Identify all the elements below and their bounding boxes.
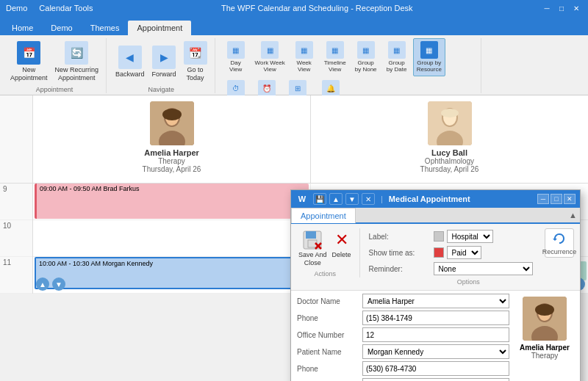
options-fields: Label: Hospital Show time as: (363, 228, 539, 277)
svg-rect-11 (306, 231, 316, 239)
doctor-phone-label: Phone (297, 314, 359, 322)
dialog-minimize-button[interactable]: ─ (537, 194, 549, 204)
tab-home[interactable]: Home (3, 21, 42, 35)
group-by-resource-button[interactable]: ▦ Group byResource (413, 38, 445, 76)
birthdate-row: Birthdate (297, 378, 509, 381)
close-button[interactable]: ✕ (570, 3, 582, 13)
dialog-maximize-button[interactable]: □ (551, 194, 562, 204)
week-view-button[interactable]: ▦ WeekView (290, 39, 319, 76)
side-name: Amelia Harper (520, 344, 570, 352)
dialog-tab-bar: Appointment ▲ (291, 208, 580, 224)
dialog-close-button[interactable]: ✕ (564, 194, 576, 204)
patient-name-select[interactable]: Morgan Kennedy (362, 344, 509, 359)
new-recurring-appointment-button[interactable]: 🔄 New RecurringAppointment (52, 39, 102, 84)
form-area: Doctor Name Amelia Harper Phone Office N… (291, 291, 580, 381)
go-to-today-button[interactable]: 📆 Go toToday (181, 39, 210, 84)
office-number-label: Office Number (297, 331, 359, 339)
work-week-view-button[interactable]: ▦ Work WeekView (252, 39, 288, 76)
avatar-lucy (428, 101, 472, 145)
doctor-name-select[interactable]: Amelia Harper (362, 294, 509, 308)
label-swatch (434, 231, 444, 242)
label-control: Hospital (434, 230, 533, 243)
main-content: Amelia Harper Therapy Thursday, April 26… (0, 95, 588, 294)
day-view-icon: ▦ (227, 41, 245, 59)
work-week-icon: ▦ (261, 41, 279, 59)
recurrence-icon (551, 231, 568, 248)
resource-name-lucy: Lucy Ball (431, 148, 467, 157)
label-row: Label: Hospital (363, 228, 539, 244)
dialog-up-btn[interactable]: ▲ (329, 193, 343, 205)
tab-appointment[interactable]: Appointment (128, 21, 191, 35)
new-appointment-icon: 📅 (17, 41, 40, 65)
title-tab-calendar-tools[interactable]: Calendar Tools (39, 4, 93, 12)
dialog-title: Medical Appointment (389, 195, 534, 203)
actions-buttons: Save AndClose ✕ Delete (297, 228, 354, 269)
reminder-select[interactable]: None (434, 262, 533, 275)
group-by-none-icon: ▦ (357, 41, 375, 59)
dialog-tab-appointment[interactable]: Appointment (291, 208, 356, 223)
calendar-col-amelia: 09:00 AM - 09:50 AM Brad Farkus 10:00 AM… (33, 184, 311, 294)
ribbon-group-appointment: 📅 NewAppointment 🔄 New RecurringAppointm… (3, 38, 107, 93)
doctor-name-row: Doctor Name Amelia Harper (297, 294, 509, 308)
dialog-app-icon: W (295, 192, 309, 206)
time-strip: 9 10 11 (0, 184, 33, 294)
resource-name-amelia: Amelia Harper (144, 148, 199, 157)
ribbon-group-navigate: ◀ Backward ▶ Forward 📆 Go toToday Naviga… (108, 38, 215, 93)
patient-phone-input[interactable] (362, 361, 509, 376)
delete-button[interactable]: ✕ Delete (330, 228, 354, 269)
week-icon: ▦ (295, 41, 313, 59)
patient-name-label: Patient Name (297, 348, 359, 356)
navigate-buttons: ◀ Backward ▶ Forward 📆 Go toToday (112, 38, 210, 84)
appt-brad-farkus[interactable]: 09:00 AM - 09:50 AM Brad Farkus (35, 184, 309, 219)
doctor-phone-input[interactable] (362, 311, 509, 325)
dialog-save-btn[interactable]: 💾 (313, 193, 326, 205)
dialog-window-controls: ─ □ ✕ (537, 194, 576, 204)
timeline-view-button[interactable]: ▦ TimelineView (320, 39, 350, 76)
appt-morgan-kennedy[interactable]: 10:00 AM - 10:30 AM Morgan Kennedy (35, 257, 309, 289)
backward-button[interactable]: ◀ Backward (112, 43, 148, 80)
doctor-name-label: Doctor Name (297, 297, 359, 305)
birthdate-input[interactable] (362, 378, 509, 381)
label-field-label: Label: (369, 233, 428, 241)
nav-arrow-up-col1[interactable]: ▲ (36, 277, 49, 291)
dialog-options-group: Label: Hospital Show time as: (363, 228, 574, 286)
save-and-close-button[interactable]: Save AndClose (297, 228, 329, 269)
maximize-button[interactable]: □ (556, 3, 567, 13)
svg-point-19 (535, 304, 554, 316)
tab-themes[interactable]: Themes (82, 21, 129, 35)
reminder-control: None (434, 262, 533, 275)
side-photo-panel: Amelia Harper Therapy (515, 294, 574, 381)
minimize-button[interactable]: ─ (541, 3, 553, 13)
svg-point-9 (441, 109, 459, 117)
app-title: The WPF Calendar and Scheduling - Recept… (93, 4, 541, 12)
group-by-resource-icon: ▦ (420, 41, 438, 59)
title-tab-demo[interactable]: Demo (6, 4, 27, 12)
new-appointment-button[interactable]: 📅 NewAppointment (7, 39, 51, 84)
recurrence-button[interactable]: Recurrence (545, 228, 574, 258)
forward-button[interactable]: ▶ Forward (149, 43, 179, 80)
office-number-input[interactable] (362, 327, 509, 342)
dialog-ribbon: Save AndClose ✕ Delete Actions Label: (291, 224, 580, 291)
day-view-button[interactable]: ▦ DayView (221, 39, 251, 76)
label-select[interactable]: Hospital (447, 230, 493, 243)
timeline-icon: ▦ (326, 41, 344, 59)
dialog-close-toolbar-btn[interactable]: ✕ (362, 193, 375, 205)
delete-icon: ✕ (331, 230, 352, 250)
resource-date-amelia: Thursday, April 26 (143, 165, 201, 173)
cell-amelia-10[interactable] (33, 220, 310, 257)
navigate-group-label: Navigate (148, 84, 175, 93)
nav-arrow-down-col1[interactable]: ▼ (52, 277, 65, 291)
dialog-actions-group: Save AndClose ✕ Delete Actions (297, 228, 360, 277)
title-bar: Demo Calendar Tools The WPF Calendar and… (0, 0, 588, 16)
dialog-down-btn[interactable]: ▼ (345, 193, 359, 205)
appointment-buttons: 📅 NewAppointment 🔄 New RecurringAppointm… (7, 38, 101, 84)
dialog-collapse-btn[interactable]: ▲ (566, 208, 580, 222)
group-by-date-button[interactable]: ▦ Groupby Date (382, 39, 412, 76)
time-slot-9: 9 (0, 184, 32, 220)
show-time-control: Paid (434, 246, 533, 259)
resource-amelia: Amelia Harper Therapy Thursday, April 26 (33, 95, 311, 183)
group-by-none-button[interactable]: ▦ Groupby None (351, 39, 381, 76)
tab-demo[interactable]: Demo (42, 21, 81, 35)
window-controls[interactable]: ─ □ ✕ (541, 3, 582, 13)
show-time-select[interactable]: Paid (447, 246, 481, 259)
